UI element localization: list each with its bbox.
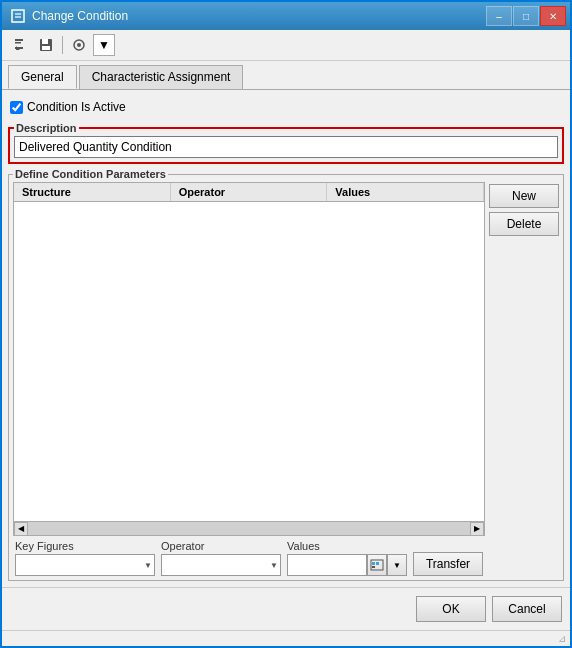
values-dropdown-btn[interactable]: ▼: [387, 554, 407, 576]
svg-rect-14: [376, 562, 379, 565]
status-bar: ⊿: [2, 630, 570, 646]
new-button[interactable]: New: [489, 184, 559, 208]
scroll-left-arrow[interactable]: ◀: [14, 522, 28, 536]
operator-arrow: ▼: [270, 561, 278, 570]
svg-point-11: [77, 43, 81, 47]
transfer-button[interactable]: Transfer: [413, 552, 483, 576]
col-values: Values: [327, 183, 484, 201]
svg-rect-15: [372, 566, 375, 568]
cancel-button[interactable]: Cancel: [492, 596, 562, 622]
title-bar-controls: – □ ✕: [486, 6, 566, 26]
description-legend: Description: [14, 122, 79, 134]
params-legend: Define Condition Parameters: [13, 168, 168, 180]
horizontal-scrollbar[interactable]: ◀ ▶: [14, 521, 484, 535]
save-button[interactable]: [34, 34, 58, 56]
col-operator: Operator: [171, 183, 328, 201]
resize-handle[interactable]: ⊿: [558, 633, 566, 644]
title-bar-left: Change Condition: [10, 8, 128, 24]
operator-select[interactable]: ▼: [161, 554, 281, 576]
description-input[interactable]: Delivered Quantity Condition: [14, 136, 558, 158]
col-structure: Structure: [14, 183, 171, 201]
tab-general[interactable]: General: [8, 65, 77, 89]
params-group: Define Condition Parameters Structure Op…: [8, 168, 564, 581]
key-figures-label: Key Figures: [15, 540, 155, 552]
content-area: Condition Is Active Description Delivere…: [2, 89, 570, 587]
minimize-button[interactable]: –: [486, 6, 512, 26]
key-figures-arrow: ▼: [144, 561, 152, 570]
svg-rect-9: [42, 46, 50, 50]
condition-active-checkbox[interactable]: [10, 101, 23, 114]
dropdown-icon: ▼: [98, 38, 110, 52]
edit-button[interactable]: [8, 34, 32, 56]
params-inner: Structure Operator Values ◀ ▶ New Delete: [13, 182, 559, 536]
params-buttons: New Delete: [489, 182, 559, 536]
window-icon: [10, 8, 26, 24]
description-group: Description Delivered Quantity Condition: [8, 122, 564, 164]
svg-rect-8: [42, 39, 48, 44]
condition-active-label: Condition Is Active: [27, 100, 126, 114]
title-bar: Change Condition – □ ✕: [2, 2, 570, 30]
table-header: Structure Operator Values: [14, 183, 484, 202]
ok-button[interactable]: OK: [416, 596, 486, 622]
values-group: Values ▼: [287, 540, 407, 576]
toolbar-dropdown[interactable]: ▼: [93, 34, 115, 56]
values-label: Values: [287, 540, 407, 552]
delete-button[interactable]: Delete: [489, 212, 559, 236]
main-window: Change Condition – □ ✕: [0, 0, 572, 648]
condition-active-row: Condition Is Active: [8, 96, 564, 118]
toolbar: ▼: [2, 30, 570, 61]
values-input-group: ▼: [287, 554, 407, 576]
svg-rect-0: [12, 10, 24, 22]
svg-rect-13: [372, 562, 375, 565]
bottom-fields: Key Figures ▼ Operator ▼ Values: [13, 536, 559, 576]
values-picker-btn[interactable]: [367, 554, 387, 576]
footer: OK Cancel: [2, 587, 570, 630]
scroll-track[interactable]: [28, 522, 470, 536]
key-figures-group: Key Figures ▼: [15, 540, 155, 576]
values-input[interactable]: [287, 554, 367, 576]
table-body: [14, 202, 484, 521]
close-button[interactable]: ✕: [540, 6, 566, 26]
operator-group: Operator ▼: [161, 540, 281, 576]
window-title: Change Condition: [32, 9, 128, 23]
tools-button[interactable]: [67, 34, 91, 56]
toolbar-separator: [62, 36, 63, 54]
svg-rect-6: [15, 42, 21, 44]
tab-characteristic-assignment[interactable]: Characteristic Assignment: [79, 65, 244, 89]
scroll-right-arrow[interactable]: ▶: [470, 522, 484, 536]
params-table: Structure Operator Values ◀ ▶: [13, 182, 485, 536]
svg-rect-5: [15, 39, 23, 41]
maximize-button[interactable]: □: [513, 6, 539, 26]
tabs-bar: General Characteristic Assignment: [2, 61, 570, 89]
operator-label: Operator: [161, 540, 281, 552]
key-figures-select[interactable]: ▼: [15, 554, 155, 576]
